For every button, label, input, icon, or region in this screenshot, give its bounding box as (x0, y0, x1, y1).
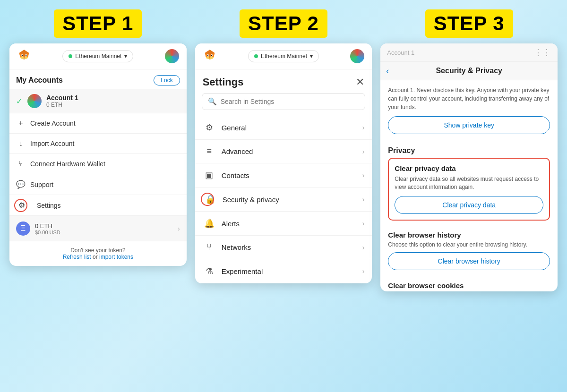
clear-browser-history-button[interactable]: Clear browser history (388, 252, 550, 270)
browser-history-title: Clear browser history (388, 227, 550, 241)
network-chevron: ▾ (124, 53, 127, 60)
account-avatar-small (27, 94, 42, 108)
account-avatar[interactable] (164, 48, 180, 64)
eth-row[interactable]: Ξ 0 ETH $0.00 USD › (9, 216, 187, 241)
accounts-header: My Accounts Lock (9, 69, 187, 89)
close-button[interactable]: ✕ (356, 77, 364, 87)
connect-hardware-item[interactable]: ⑂ Connect Hardware Wallet (9, 154, 187, 174)
security-body: Account 1. Never disclose this key. Anyo… (380, 80, 558, 291)
clear-privacy-title: Clear privacy data (395, 164, 543, 172)
experimental-label: Experimental (222, 267, 362, 275)
alerts-chevron: › (362, 220, 365, 227)
advanced-icon: ≡ (203, 146, 216, 156)
alerts-icon: 🔔 (203, 218, 216, 229)
account-name: Account 1 (46, 94, 180, 102)
contacts-menu-item[interactable]: ▣ Contacts › (195, 163, 372, 187)
eth-row-chevron: › (178, 225, 180, 232)
sec-top-label: Account 1 (387, 49, 414, 56)
settings-network-chevron: ▾ (310, 53, 313, 60)
settings-title: Settings (203, 76, 244, 88)
security-label: Security & privacy (223, 196, 362, 204)
import-account-label: Import Account (30, 140, 74, 147)
hardware-icon: ⑂ (16, 160, 26, 168)
settings-fox-icon (202, 48, 218, 64)
general-menu-item[interactable]: ⚙ General › (195, 116, 372, 140)
contacts-chevron: › (362, 171, 365, 179)
lock-button[interactable]: Lock (154, 75, 180, 85)
experimental-icon: ⚗ (203, 266, 216, 276)
alerts-label: Alerts (222, 220, 362, 228)
clear-privacy-data-button[interactable]: Clear privacy data (395, 196, 543, 214)
support-label: Support (30, 181, 53, 188)
settings-item[interactable]: ⚙ Settings (9, 195, 187, 216)
svg-point-10 (26, 55, 26, 56)
networks-icon: ⑂ (203, 242, 216, 252)
svg-point-22 (211, 55, 212, 56)
sec-top-dots: ⋮⋮ (534, 47, 551, 58)
eth-icon: Ξ (16, 222, 30, 236)
networks-chevron: › (362, 244, 365, 251)
import-icon: ↓ (16, 139, 26, 148)
experimental-menu-item[interactable]: ⚗ Experimental › (195, 259, 372, 283)
security-menu-item[interactable]: 🔒 Security & privacy › (195, 187, 372, 212)
my-accounts-title: My Accounts (16, 76, 63, 85)
general-chevron: › (362, 124, 365, 131)
search-input[interactable] (221, 98, 360, 105)
step-2-label: STEP 2 (240, 9, 327, 38)
advanced-label: Advanced (222, 147, 362, 155)
security-header-bar: ‹ Security & Privacy (380, 62, 558, 80)
networks-menu-item[interactable]: ⑂ Networks › (195, 236, 372, 259)
step-2-column: STEP 2 Ether (195, 9, 372, 283)
eth-info: 0 ETH $0.00 USD (35, 222, 178, 235)
svg-point-9 (22, 55, 23, 56)
support-item[interactable]: 💬 Support (9, 174, 187, 195)
settings-network-dot (254, 54, 258, 58)
network-selector[interactable]: Ethereum Mainnet ▾ (62, 50, 133, 62)
general-label: General (222, 124, 362, 132)
settings-avatar[interactable] (349, 48, 365, 64)
settings-highlight-circle (14, 199, 27, 212)
security-chevron: › (362, 196, 365, 203)
network-name: Ethereum Mainnet (75, 53, 121, 60)
footer-text: Don't see your token? (70, 247, 125, 254)
account-balance: 0 ETH (46, 102, 180, 108)
settings-network-selector[interactable]: Ethereum Mainnet ▾ (248, 50, 319, 62)
import-tokens-link[interactable]: import tokens (99, 254, 133, 260)
account-item[interactable]: ✓ Account 1 0 ETH (9, 89, 187, 113)
eth-usd: $0.00 USD (35, 230, 178, 235)
contacts-label: Contacts (222, 171, 362, 179)
step-3-column: STEP 3 Account 1 ⋮⋮ ‹ Security & Privacy… (380, 9, 558, 291)
show-private-key-button[interactable]: Show private key (388, 116, 550, 134)
security-highlight-circle (201, 193, 214, 206)
browser-cookies-title: Clear browser cookies (388, 278, 550, 291)
clear-privacy-box: Clear privacy data Clear privacy data so… (388, 158, 550, 221)
browser-history-desc: Choose this option to clear your entire … (388, 241, 550, 249)
alerts-menu-item[interactable]: 🔔 Alerts › (195, 212, 372, 236)
step-1-column: STEP 1 (9, 9, 187, 266)
experimental-chevron: › (362, 267, 365, 275)
import-account-item[interactable]: ↓ Import Account (9, 134, 187, 154)
settings-search-bar[interactable]: 🔍 (202, 93, 366, 110)
footer-or: or (93, 254, 99, 260)
mm-footer: Don't see your token? Refresh list or im… (9, 241, 187, 266)
back-button[interactable]: ‹ (386, 66, 389, 76)
account-info: Account 1 0 ETH (46, 94, 180, 108)
networks-label: Networks (222, 243, 362, 251)
clear-privacy-desc: Clear privacy data so all websites must … (395, 175, 543, 191)
security-panel: Account 1 ⋮⋮ ‹ Security & Privacy Accoun… (380, 43, 558, 291)
settings-title-row: Settings ✕ (195, 69, 372, 93)
mm-header: Ethereum Mainnet ▾ (9, 43, 187, 69)
connect-hardware-label: Connect Hardware Wallet (30, 160, 105, 168)
create-account-item[interactable]: + Create Account (9, 113, 187, 134)
step-3-label: STEP 3 (425, 9, 513, 38)
check-icon: ✓ (16, 97, 24, 106)
settings-label: Settings (37, 202, 61, 209)
security-description: Account 1. Never disclose this key. Anyo… (388, 80, 550, 116)
advanced-menu-item[interactable]: ≡ Advanced › (195, 140, 372, 163)
refresh-list-link[interactable]: Refresh list (63, 254, 91, 260)
contacts-icon: ▣ (203, 170, 216, 180)
plus-icon: + (16, 119, 26, 128)
eth-balance: 0 ETH (35, 222, 178, 230)
advanced-chevron: › (362, 148, 365, 155)
settings-popup: Ethereum Mainnet ▾ Settings ✕ 🔍 ⚙ Genera… (195, 43, 372, 283)
